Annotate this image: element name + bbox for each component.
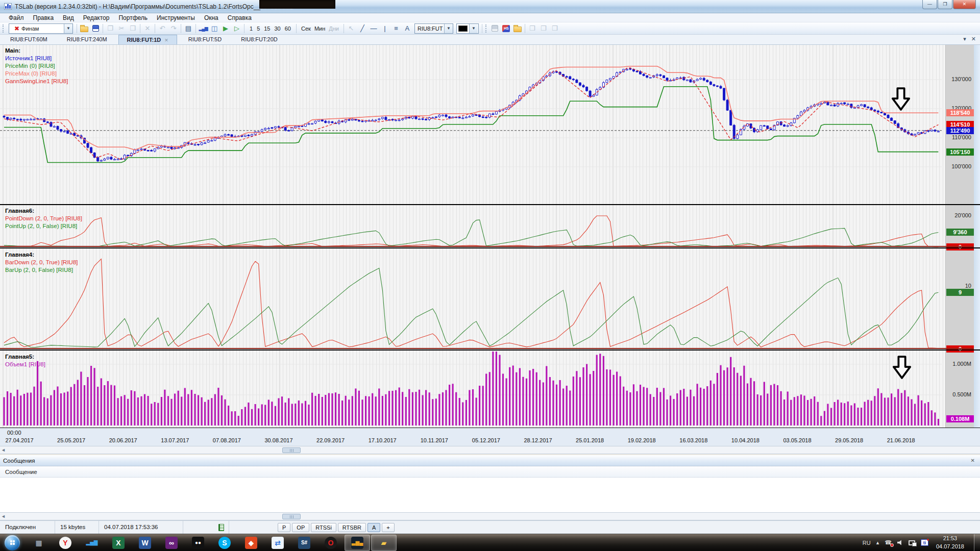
paste-button[interactable]: ❒ — [127, 23, 138, 34]
copy-button[interactable]: ❐ — [105, 23, 116, 34]
tray-remote-icon[interactable]: ☎ — [885, 539, 892, 546]
tray-trader-icon[interactable]: ti — [921, 539, 928, 546]
script-button[interactable]: ◫ — [209, 23, 220, 34]
taskbar-clock[interactable]: 21:53 04.07.2018 — [936, 535, 964, 550]
window-cascade-button[interactable]: ❒ — [527, 23, 538, 34]
interval-button[interactable]: 5 — [257, 26, 260, 32]
pointer-tool[interactable]: ↖ — [346, 23, 357, 34]
menu-item[interactable]: Вид — [58, 13, 79, 22]
scroll-thumb[interactable] — [282, 514, 301, 519]
indicators-button[interactable]: ▂▄▆ — [198, 23, 209, 34]
taskbar-arrows[interactable]: ⇄ — [265, 535, 290, 551]
menu-item[interactable]: Правка — [29, 13, 59, 22]
taskbar-tslab[interactable]: ▃▆▄ — [345, 535, 370, 551]
hline-tool[interactable]: — — [368, 23, 379, 34]
minimize-button[interactable]: — — [922, 0, 937, 9]
menu-item[interactable]: Редактор — [79, 13, 114, 22]
tab-list-icon[interactable]: ▾ — [963, 36, 966, 42]
chevron-down-icon[interactable]: ▼ — [64, 24, 72, 33]
title-bar[interactable]: TSLab (версия 1.2.34.0:32bit) - H:\Вадим… — [0, 0, 980, 13]
chart-tab[interactable]: RIU8:FUT:5D — [180, 35, 230, 44]
panel-separator[interactable] — [0, 204, 980, 205]
interval-button[interactable]: 15 — [264, 26, 270, 32]
panel-separator[interactable] — [0, 247, 980, 248]
board-button[interactable]: A — [368, 523, 380, 532]
tray-network-icon[interactable] — [909, 540, 915, 545]
chart-tab[interactable]: RIU8:FUT:1D✕ — [118, 35, 177, 44]
interval-button[interactable]: 60 — [285, 26, 291, 32]
start-button[interactable] — [5, 535, 20, 550]
cut-button[interactable]: ✂ — [116, 23, 127, 34]
chart-tab[interactable]: RIU8:FUT:240M — [59, 35, 115, 44]
tray-language[interactable]: RU — [863, 540, 871, 546]
text-tool[interactable]: A — [402, 23, 413, 34]
unit-button[interactable]: Дни — [329, 26, 339, 32]
board-button[interactable]: OP — [292, 523, 309, 532]
taskbar-excel[interactable]: X — [106, 535, 131, 551]
interval-button[interactable]: 30 — [275, 26, 281, 32]
taskbar-flame[interactable]: ◆ — [238, 535, 264, 551]
messages-close-icon[interactable]: ✕ — [971, 455, 975, 466]
symbol-combobox[interactable]: RIU8:FUT ▼ — [414, 23, 453, 34]
show-desktop-button[interactable] — [974, 534, 980, 551]
color-combobox[interactable]: ▼ — [456, 23, 479, 34]
taskbar-calculator[interactable]: ▦ — [26, 535, 52, 551]
open-button[interactable] — [79, 23, 90, 34]
scroll-thumb[interactable] — [282, 447, 301, 453]
taskbar-eyes[interactable]: ●● — [185, 535, 211, 551]
board-button[interactable]: RTSBR — [338, 523, 366, 532]
toolbar-grip[interactable] — [3, 24, 5, 33]
chart-canvas[interactable] — [0, 45, 945, 428]
unit-button[interactable]: Мин — [314, 26, 325, 32]
undo-button[interactable]: ↶ — [157, 23, 168, 34]
panel-separator[interactable] — [0, 349, 980, 350]
menu-item[interactable]: Инструменты — [152, 13, 200, 22]
run-button[interactable]: ▶ — [220, 23, 231, 34]
interval-button[interactable]: 1 — [250, 26, 253, 32]
chevron-down-icon[interactable]: ▼ — [469, 24, 478, 33]
taskbar-ssharp[interactable]: S# — [291, 535, 317, 551]
run-all-button[interactable]: ▷ — [231, 23, 242, 34]
chart-region[interactable]: Main:Источник1 [RIU8]PriceMin (0) [RIU8]… — [0, 45, 980, 428]
scroll-left-icon[interactable]: ◄ — [1, 447, 6, 453]
levels-tool[interactable]: ≡ — [390, 23, 402, 34]
menu-item[interactable]: Окна — [200, 13, 223, 22]
chart-tab[interactable]: RIU8:FUT:20D — [233, 35, 286, 44]
taskbar-charts-blue[interactable]: ▂▅▇ — [79, 535, 105, 551]
tab-close-icon[interactable]: ✕ — [164, 38, 168, 43]
taskbar-word[interactable]: W — [132, 535, 158, 551]
menu-item[interactable]: Файл — [4, 13, 29, 22]
tab-close-icon[interactable]: ✕ — [971, 36, 976, 42]
chart-tab[interactable]: RIU8:FUT:60M — [2, 35, 56, 44]
board-button[interactable]: RTSSi — [311, 523, 336, 532]
toolbar-grip[interactable] — [485, 24, 488, 33]
hotkeys-button[interactable]: HS — [501, 23, 512, 34]
board-button[interactable]: + — [382, 523, 394, 532]
open-layout-button[interactable] — [512, 23, 523, 34]
taskbar-explorer[interactable]: ▰ — [371, 535, 397, 551]
tray-volume-icon[interactable] — [897, 540, 903, 545]
window-tile-button[interactable]: ❒ — [538, 23, 549, 34]
messages-hscrollbar[interactable]: ◄ — [0, 512, 980, 520]
annotation-arrow-down[interactable] — [891, 87, 911, 111]
vline-tool[interactable]: | — [379, 23, 390, 34]
annotation-arrow-down[interactable] — [892, 355, 912, 380]
taskbar-skype[interactable]: S — [212, 535, 237, 551]
board-button[interactable]: P — [278, 523, 290, 532]
close-button[interactable]: ✕ — [953, 0, 976, 9]
messages-column-header[interactable]: Сообщение — [0, 466, 980, 478]
save-button[interactable] — [90, 23, 101, 34]
broker-combobox[interactable]: ✖ Финам ▼ — [9, 23, 73, 34]
chevron-down-icon[interactable]: ▼ — [444, 24, 453, 33]
log-button[interactable] — [214, 521, 229, 534]
delete-button[interactable]: ✕ — [142, 23, 153, 34]
price-axis-gutter[interactable]: 130'000120'000110'000100'00020'000101.00… — [945, 45, 974, 428]
chart-hscrollbar[interactable]: ◄ — [0, 446, 980, 454]
properties-button[interactable]: ▤ — [183, 23, 194, 34]
unit-button[interactable]: Сек — [301, 26, 311, 32]
redo-button[interactable]: ↷ — [168, 23, 179, 34]
taskbar-opera[interactable]: O — [318, 535, 344, 551]
line-tool[interactable]: ╱ — [357, 23, 368, 34]
scroll-left-icon[interactable]: ◄ — [1, 514, 6, 519]
save-layout-button[interactable] — [489, 23, 501, 34]
